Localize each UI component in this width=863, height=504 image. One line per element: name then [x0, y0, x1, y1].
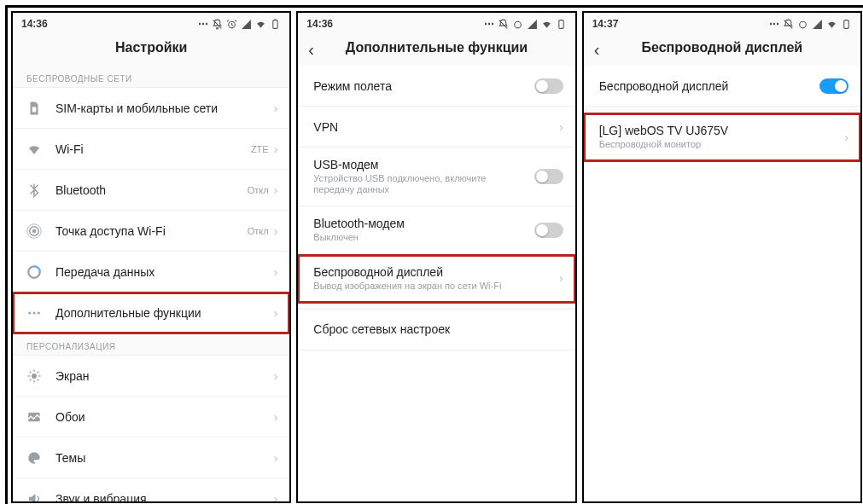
hotspot-status: Откл: [248, 226, 269, 236]
label: SIM-карты и мобильные сети: [55, 101, 262, 115]
row-bt-tether[interactable]: Bluetooth-модем Выключен: [298, 206, 574, 254]
row-sound[interactable]: Звук и вибрация ›: [13, 478, 289, 501]
label: Bluetooth-модем: [313, 217, 522, 230]
sublabel: Вывод изображения на экран по сети Wi-Fi: [313, 281, 547, 292]
divider: [298, 303, 574, 310]
back-button[interactable]: ‹: [308, 40, 314, 60]
svg-point-4: [32, 229, 37, 233]
chevron-right-icon: ›: [274, 142, 278, 156]
device-sub: Беспроводной монитор: [599, 139, 833, 150]
more-list[interactable]: Режим полета VPN › USB-модем Устройство …: [298, 66, 574, 501]
status-time: 14:37: [592, 18, 619, 30]
row-usb-tether[interactable]: USB-модем Устройство USB подключено, вкл…: [298, 148, 574, 206]
brightness-icon: [25, 368, 44, 384]
bt-tether-toggle[interactable]: [534, 223, 563, 238]
label: Беспроводной дисплей: [313, 265, 547, 279]
row-wdisplay-toggle[interactable]: Беспроводной дисплей: [584, 66, 860, 107]
row-display[interactable]: Экран ›: [13, 356, 289, 397]
row-vpn[interactable]: VPN ›: [298, 107, 574, 148]
svg-point-9: [33, 311, 36, 314]
back-button[interactable]: ‹: [594, 40, 600, 60]
signal-icon: [527, 19, 538, 30]
row-device-lg-tv[interactable]: [LG] webOS TV UJ675V Беспроводной монито…: [584, 113, 860, 161]
status-icons: ⋯: [198, 18, 281, 30]
row-wifi[interactable]: Wi-Fi ZTE›: [13, 129, 289, 170]
image-icon: [25, 409, 44, 425]
signal-icon: [812, 19, 823, 30]
status-icons: ⋯: [484, 18, 567, 30]
data-usage-icon: [25, 264, 44, 280]
screen-wireless-display: 14:37 ⋯ ‹ Беспроводной дисплей Беспровод…: [582, 11, 862, 503]
svg-rect-2: [275, 19, 277, 20]
section-wireless: БЕСПРОВОДНЫЕ СЕТИ: [13, 66, 289, 88]
chevron-right-icon: ›: [844, 130, 848, 144]
row-wireless-display[interactable]: Беспроводной дисплей Вывод изображения н…: [298, 255, 574, 303]
label: Точка доступа Wi-Fi: [55, 224, 236, 238]
chevron-right-icon: ›: [559, 120, 563, 134]
airplane-toggle[interactable]: [534, 78, 563, 94]
label: Звук и вибрация: [55, 492, 262, 502]
alarm-icon: [512, 19, 523, 30]
label: Wi-Fi: [55, 142, 239, 156]
settings-list[interactable]: БЕСПРОВОДНЫЕ СЕТИ SIM-карты и мобильные …: [13, 66, 289, 501]
bt-status: Откл: [248, 185, 269, 195]
sublabel: Выключен: [313, 232, 522, 243]
page-title: Настройки: [115, 40, 187, 55]
chevron-right-icon: ›: [274, 369, 278, 383]
status-time: 14:36: [21, 18, 48, 30]
hotspot-icon: [25, 223, 44, 239]
battery-icon: [556, 19, 567, 30]
palette-icon: [25, 450, 44, 466]
row-bluetooth[interactable]: Bluetooth Откл›: [13, 170, 289, 211]
chevron-right-icon: ›: [274, 183, 278, 197]
row-airplane[interactable]: Режим полета: [298, 66, 574, 107]
chevron-right-icon: ›: [274, 410, 278, 424]
svg-point-13: [514, 21, 521, 28]
svg-point-8: [28, 311, 31, 314]
row-themes[interactable]: Темы ›: [13, 437, 289, 478]
wdisplay-toggle[interactable]: [819, 78, 848, 94]
page-title: Дополнительные функции: [346, 40, 528, 55]
row-more-functions[interactable]: Дополнительные функции ›: [13, 293, 289, 333]
chevron-right-icon: ›: [274, 492, 278, 502]
label: Передача данных: [55, 265, 262, 279]
status-time: 14:36: [306, 18, 333, 30]
title-bar: Настройки: [13, 33, 289, 66]
svg-rect-14: [558, 20, 563, 28]
title-bar: ‹ Дополнительные функции: [298, 33, 574, 66]
wifi-status: ZTE: [251, 144, 269, 154]
svg-point-10: [38, 311, 40, 314]
wifi-icon: [541, 19, 552, 30]
chevron-right-icon: ›: [274, 306, 278, 320]
tutorial-frame: 14:36 ⋯ Настройки БЕСПРОВОДНЫЕ СЕТИ SIM-…: [5, 5, 863, 504]
svg-rect-1: [273, 20, 277, 28]
usb-toggle[interactable]: [534, 169, 563, 184]
more-icon: ⋯: [484, 18, 494, 30]
alarm-icon: [226, 19, 237, 30]
row-network-reset[interactable]: Сброс сетевых настроек: [298, 310, 574, 350]
label: Экран: [55, 369, 262, 383]
more-icon: ⋯: [769, 18, 779, 30]
bell-off-icon: [498, 19, 509, 30]
status-bar: 14:37 ⋯: [584, 13, 860, 33]
wdisplay-list[interactable]: Беспроводной дисплей [LG] webOS TV UJ675…: [584, 66, 860, 501]
row-sim[interactable]: SIM-карты и мобильные сети ›: [13, 88, 289, 129]
label: VPN: [313, 120, 547, 134]
label: Дополнительные функции: [55, 306, 262, 320]
signal-icon: [241, 19, 252, 30]
wifi-icon: [25, 142, 44, 157]
sim-icon: [25, 101, 44, 116]
row-wallpaper[interactable]: Обои ›: [13, 397, 289, 437]
label: Режим полета: [313, 79, 522, 93]
chevron-right-icon: ›: [274, 451, 278, 465]
title-bar: ‹ Беспроводной дисплей: [584, 33, 860, 66]
device-name: [LG] webOS TV UJ675V: [599, 124, 833, 137]
svg-rect-16: [844, 20, 848, 28]
row-data[interactable]: Передача данных ›: [13, 252, 289, 293]
label: USB-модем: [313, 158, 522, 171]
row-hotspot[interactable]: Точка доступа Wi-Fi Откл›: [13, 211, 289, 252]
screen-settings: 14:36 ⋯ Настройки БЕСПРОВОДНЫЕ СЕТИ SIM-…: [11, 11, 291, 503]
chevron-right-icon: ›: [274, 224, 278, 238]
svg-point-11: [32, 374, 37, 379]
label: Обои: [55, 410, 262, 424]
